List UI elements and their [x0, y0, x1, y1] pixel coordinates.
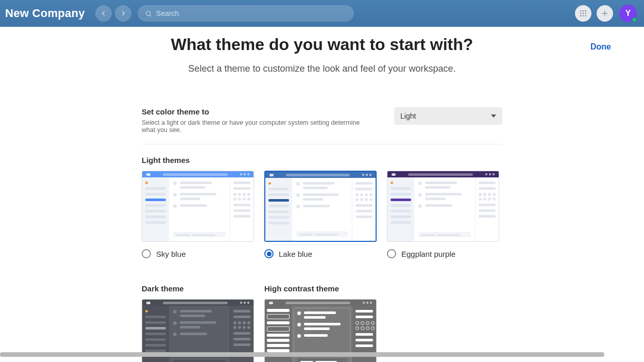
theme-label: Lake blue [279, 250, 312, 258]
theme-preview-sky-blue[interactable] [142, 171, 254, 242]
create-button[interactable] [597, 5, 613, 22]
svg-point-2 [580, 10, 582, 12]
svg-point-4 [585, 10, 586, 12]
done-button[interactable]: Done [590, 42, 611, 52]
high-contrast-heading: High contrast theme [264, 284, 377, 293]
theme-label: Eggplant purple [401, 250, 455, 258]
radio-icon [264, 249, 274, 258]
svg-point-10 [585, 15, 586, 17]
svg-point-5 [580, 13, 582, 14]
user-avatar[interactable]: Y [619, 5, 637, 22]
color-mode-label: Set color theme to [142, 107, 368, 116]
color-mode-value: Light [400, 112, 416, 120]
svg-marker-13 [491, 114, 496, 118]
svg-line-1 [150, 15, 151, 17]
main-content: Done What theme do you want to start wit… [0, 27, 644, 357]
top-bar: New Company Y [0, 0, 644, 27]
svg-point-9 [583, 15, 584, 17]
horizontal-scrollbar[interactable] [0, 352, 604, 357]
svg-point-6 [583, 13, 584, 14]
presence-indicator-icon [632, 17, 637, 23]
color-mode-select[interactable]: Light [394, 107, 502, 125]
dark-theme-column: Dark theme [142, 273, 254, 362]
caret-down-icon [491, 113, 496, 119]
apps-button[interactable] [575, 5, 591, 22]
plus-icon [601, 9, 609, 18]
svg-point-8 [580, 15, 582, 17]
dark-theme-heading: Dark theme [142, 284, 254, 293]
avatar-initial: Y [625, 9, 631, 18]
light-themes-heading: Light themes [142, 156, 502, 164]
nav-forward-button[interactable] [115, 5, 131, 22]
chevron-left-icon [100, 10, 107, 17]
radio-icon [387, 249, 396, 258]
svg-point-7 [585, 13, 586, 14]
theme-card-eggplant: Eggplant purple [387, 171, 499, 258]
radio-icon [142, 249, 151, 258]
nav-back-button[interactable] [95, 5, 112, 22]
svg-point-0 [146, 11, 150, 15]
search-icon [145, 10, 152, 18]
high-contrast-column: High contrast theme [264, 273, 377, 362]
page-subtitle: Select a theme to customize the look and… [0, 63, 644, 74]
chevron-right-icon [120, 10, 127, 17]
color-mode-help: Select a light or dark theme or have you… [142, 119, 368, 134]
svg-rect-12 [602, 13, 608, 13]
theme-label: Sky blue [156, 250, 186, 258]
theme-radio-eggplant[interactable]: Eggplant purple [387, 249, 499, 258]
search-input[interactable] [156, 9, 347, 18]
apps-grid-icon [579, 9, 587, 18]
theme-radio-sky-blue[interactable]: Sky blue [142, 249, 254, 258]
svg-point-3 [583, 10, 584, 12]
page-title: What theme do you want to start with? [0, 35, 644, 54]
theme-radio-lake-blue[interactable]: Lake blue [264, 249, 377, 258]
theme-preview-lake-blue[interactable] [264, 171, 377, 242]
theme-preview-eggplant[interactable] [387, 171, 499, 242]
light-themes-row: Sky blue [142, 171, 502, 258]
theme-card-lake-blue: Lake blue [264, 171, 377, 258]
search-field[interactable] [138, 5, 354, 22]
workspace-name[interactable]: New Company [5, 7, 85, 20]
theme-card-sky-blue: Sky blue [142, 171, 254, 258]
color-mode-row: Set color theme to Select a light or dar… [142, 107, 502, 144]
